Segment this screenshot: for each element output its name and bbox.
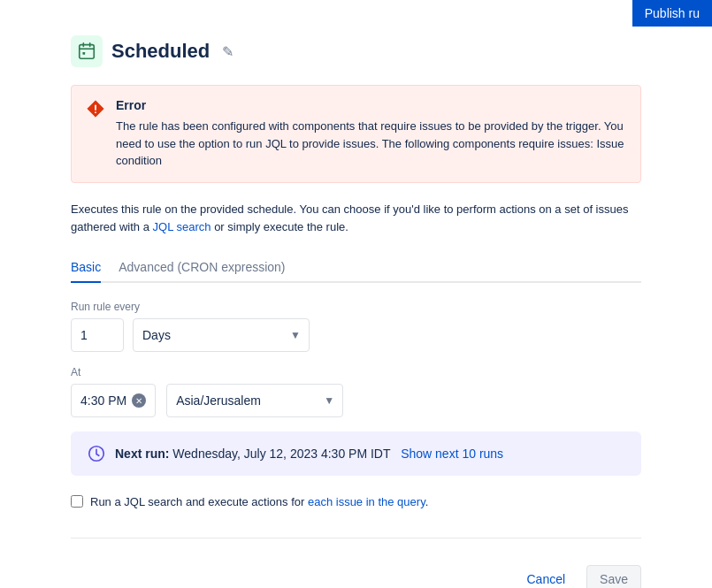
next-run-text: Next run: Wednesday, July 12, 2023 4:30 … bbox=[115, 447, 503, 461]
error-icon bbox=[86, 99, 105, 118]
svg-rect-1 bbox=[82, 52, 85, 55]
error-content: Error The rule has been configured with … bbox=[116, 98, 626, 170]
at-section: At 4:30 PM ✕ Asia/Jerusalem UTC America/… bbox=[71, 366, 641, 417]
jql-label: Run a JQL search and execute actions for… bbox=[90, 493, 428, 511]
days-select-wrapper: Days Hours Minutes Weeks Months ▼ bbox=[133, 318, 310, 352]
tab-basic[interactable]: Basic bbox=[71, 253, 101, 283]
jql-link[interactable]: JQL search bbox=[153, 220, 211, 233]
error-box: Error The rule has been configured with … bbox=[71, 85, 641, 183]
description-text: Executes this rule on the provided sched… bbox=[71, 201, 641, 238]
timezone-select-wrapper: Asia/Jerusalem UTC America/New_York Euro… bbox=[166, 384, 343, 417]
run-rule-number-input[interactable] bbox=[71, 318, 124, 352]
page-header: Scheduled ✎ bbox=[71, 35, 641, 67]
edit-icon[interactable]: ✎ bbox=[222, 43, 234, 60]
clock-icon bbox=[87, 444, 106, 463]
run-rule-row: Days Hours Minutes Weeks Months ▼ bbox=[71, 318, 641, 352]
publish-button[interactable]: Publish ru bbox=[632, 0, 712, 27]
svg-rect-0 bbox=[80, 45, 95, 59]
save-button[interactable]: Save bbox=[586, 565, 641, 588]
jql-issue-link[interactable]: each issue in the query bbox=[308, 495, 425, 508]
next-run-label: Next run: bbox=[115, 447, 169, 461]
svg-point-2 bbox=[95, 111, 96, 113]
show-next-runs-link[interactable]: Show next 10 runs bbox=[401, 447, 503, 461]
calendar-icon bbox=[71, 35, 103, 67]
error-title: Error bbox=[116, 98, 626, 112]
next-run-datetime: Wednesday, July 12, 2023 4:30 PM IDT bbox=[172, 447, 390, 461]
tabs-container: Basic Advanced (CRON expression) bbox=[71, 253, 641, 283]
time-value: 4:30 PM bbox=[80, 393, 126, 408]
time-close-button[interactable]: ✕ bbox=[132, 393, 146, 408]
days-select[interactable]: Days Hours Minutes Weeks Months bbox=[133, 318, 310, 352]
next-run-box: Next run: Wednesday, July 12, 2023 4:30 … bbox=[71, 431, 641, 476]
action-buttons: Cancel Save bbox=[71, 556, 641, 588]
timezone-select[interactable]: Asia/Jerusalem UTC America/New_York Euro… bbox=[166, 384, 343, 417]
at-row: 4:30 PM ✕ Asia/Jerusalem UTC America/New… bbox=[71, 384, 641, 417]
jql-row: Run a JQL search and execute actions for… bbox=[71, 493, 641, 511]
page-title: Scheduled bbox=[111, 40, 210, 63]
cancel-button[interactable]: Cancel bbox=[514, 565, 578, 588]
jql-checkbox[interactable] bbox=[71, 495, 83, 508]
tab-advanced[interactable]: Advanced (CRON expression) bbox=[119, 253, 285, 283]
time-pill: 4:30 PM ✕ bbox=[71, 384, 156, 417]
error-message: The rule has been configured with compon… bbox=[116, 118, 626, 170]
run-rule-section: Run rule every Days Hours Minutes Weeks … bbox=[71, 301, 641, 352]
divider bbox=[71, 538, 641, 538]
at-label: At bbox=[71, 366, 641, 378]
run-rule-label: Run rule every bbox=[71, 301, 641, 313]
